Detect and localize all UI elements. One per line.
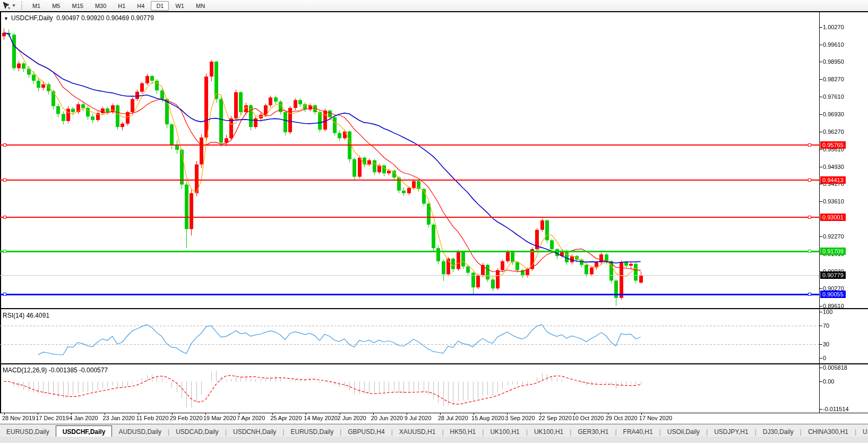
rsi-axis-tick-label: 0 [823, 355, 826, 361]
date-axis-label: 22 Sep 2020 [538, 415, 571, 421]
chart-tab-bar: EURUSD,DailyUSDCHF,DailyAUDUSD,Daily|USD… [0, 424, 868, 437]
price-axis-tick-label: 1.00270 [823, 24, 844, 30]
timeframe-button-h1[interactable]: H1 [113, 1, 131, 11]
chart-tab-usdchf-daily[interactable]: USDCHF,Daily [56, 425, 113, 437]
timeframe-button-w1[interactable]: W1 [170, 1, 190, 11]
hline-price-label: 0.95765 [820, 141, 846, 149]
date-axis-label: 19 Mar 2020 [203, 415, 236, 421]
chart-tab-eurusd-daily[interactable]: EURUSD,Daily [284, 426, 340, 437]
date-axis-label: 2 Jun 2020 [338, 415, 366, 421]
toolbar-grip [21, 2, 22, 10]
timeframe-button-m5[interactable]: M5 [47, 1, 65, 11]
cursor-tool-dropdown-icon[interactable]: ▼ [12, 3, 16, 8]
macd-axis-tick-label: -0.011514 [823, 406, 849, 412]
price-axis-tick-label: 0.98950 [823, 58, 844, 65]
chart-window: ▼USDCHF,Daily 0.90497 0.90920 0.90469 0.… [0, 12, 868, 423]
date-axis-label: 11 Feb 2020 [136, 415, 169, 421]
timeframe-button-m30[interactable]: M30 [90, 1, 111, 11]
current-price-label: 0.90779 [820, 271, 846, 279]
macd-axis-tick-label: 0.00 [823, 378, 834, 385]
status-strip [0, 437, 868, 443]
timeframe-button-h4[interactable]: H4 [132, 1, 150, 11]
price-axis-tick-label: 0.92270 [823, 233, 844, 240]
symbol-collapse-icon[interactable]: ▼ [4, 16, 8, 21]
timeframe-button-group: M1M5M15M30H1H4D1W1MN [27, 1, 211, 11]
date-axis-label: 17 Dec 2019 [36, 415, 68, 421]
chart-tab-uk100-h1[interactable]: UK100,H1 [528, 426, 570, 437]
chart-tab-uk100-h1[interactable]: UK100,H1 [484, 426, 526, 437]
date-axis-label: 29 Oct 2020 [606, 415, 638, 421]
chart-tab-usoil-h1[interactable]: USOil,H1 [856, 426, 868, 437]
date-axis-label: 15 Aug 2020 [471, 415, 504, 421]
date-axis-label: 23 Jan 2020 [102, 415, 135, 421]
date-axis-label: 28 Jul 2020 [438, 415, 468, 421]
chart-tab-dj30-daily[interactable]: DJ30,Daily [757, 426, 800, 437]
ohlc-open: 0.90497 [56, 14, 79, 22]
timeframe-button-d1[interactable]: D1 [151, 1, 169, 11]
date-axis-label: 9 Jul 2020 [405, 415, 432, 421]
price-axis-tick-label: 0.93610 [823, 198, 844, 205]
date-axis-label: 4 Jan 2020 [69, 415, 98, 421]
date-axis-label: 10 Oct 2020 [572, 415, 604, 421]
date-axis-label: 17 Nov 2020 [639, 415, 672, 421]
hline-price-label: 0.94413 [820, 176, 846, 184]
chart-tab-china300-h1[interactable]: CHINA300,H1 [802, 426, 855, 437]
chart-tab-eurusd-daily[interactable]: EURUSD,Daily [0, 426, 56, 437]
chart-tab-hk50-h1[interactable]: HK50,H1 [444, 426, 483, 437]
ohlc-close: 0.90779 [131, 14, 153, 22]
macd-indicator-label: MACD(12,26,9) -0.001385 -0.000577 [3, 367, 108, 374]
rsi-axis-tick-label: 70 [823, 322, 829, 329]
cursor-tool-icon[interactable] [2, 2, 11, 10]
rsi-axis-tick-label: 30 [823, 341, 829, 347]
date-axis-label: 29 Feb 2020 [170, 415, 203, 421]
chart-tab-usoil-daily[interactable]: USOil,Daily [661, 426, 706, 437]
macd-axis-tick-label: 0.005818 [823, 364, 847, 371]
chart-tab-gbpusd-h4[interactable]: GBPUSD,H4 [341, 426, 391, 437]
date-axis-label: 25 Apr 2020 [270, 415, 302, 421]
date-axis-label: 28 Nov 2019 [2, 415, 35, 421]
chart-tab-ger30-h1[interactable]: GER30,H1 [571, 426, 615, 437]
chart-tab-usdjpy-h1[interactable]: USDJPY,H1 [708, 426, 754, 437]
date-axis-label: 20 Jun 2020 [371, 415, 403, 421]
date-axis-label: 7 Apr 2020 [237, 415, 265, 421]
hline-price-label: 0.93001 [820, 214, 846, 221]
ohlc-low: 0.90469 [106, 14, 129, 22]
symbol-name: USDCHF,Daily [11, 14, 53, 22]
timeframe-button-m15[interactable]: M15 [66, 1, 88, 11]
price-axis-tick-label: 0.94930 [823, 164, 844, 170]
date-axis-label: 3 Sep 2020 [505, 415, 535, 421]
timeframe-button-mn[interactable]: MN [191, 1, 210, 11]
chart-tab-fra40-h1[interactable]: FRA40,H1 [617, 426, 659, 437]
timeframe-button-m1[interactable]: M1 [27, 1, 46, 11]
chart-tab-usdcad-daily[interactable]: USDCAD,Daily [169, 426, 225, 437]
chart-tab-xauusd-h1[interactable]: XAUUSD,H1 [393, 426, 442, 437]
price-axis-tick-label: 0.99610 [823, 41, 844, 48]
price-axis-tick-label: 0.96270 [823, 129, 844, 135]
rsi-axis-tick-label: 100 [823, 309, 832, 315]
chart-tab-usdcnh-daily[interactable]: USDCNH,Daily [227, 426, 282, 437]
top-toolbar: ▼ M1M5M15M30H1H4D1W1MN [0, 0, 868, 12]
chart-tab-audusd-daily[interactable]: AUDUSD,Daily [112, 426, 168, 437]
date-axis-label: 14 May 2020 [304, 415, 338, 421]
chart-tabs: EURUSD,DailyUSDCHF,DailyAUDUSD,Daily|USD… [0, 425, 868, 437]
hline-price-label: 0.90055 [820, 291, 846, 298]
ohlc-high: 0.90920 [81, 14, 104, 22]
price-axis-tick-label: 0.96930 [823, 111, 844, 117]
rsi-indicator-label: RSI(14) 46.4091 [3, 312, 49, 319]
price-axis-tick-label: 0.98270 [823, 76, 844, 82]
chart-title: ▼USDCHF,Daily 0.90497 0.90920 0.90469 0.… [4, 14, 154, 22]
hline-price-label: 0.91709 [820, 248, 846, 255]
price-axis-tick-label: 0.97610 [823, 93, 844, 100]
price-chart-canvas[interactable] [0, 12, 868, 423]
